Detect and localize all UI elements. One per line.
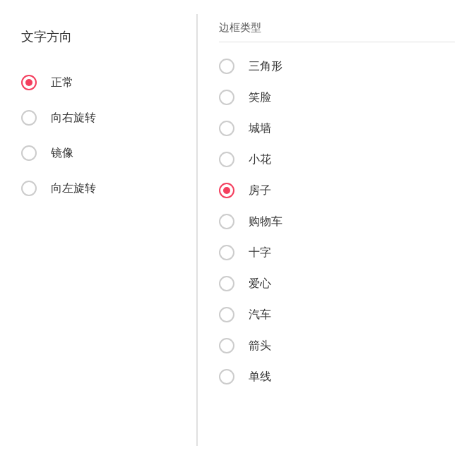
border-radio-circle-cross [219, 245, 234, 260]
border-type-option-house[interactable]: 房子 [219, 175, 455, 206]
border-radio-circle-wall [219, 121, 234, 136]
border-radio-label-flower: 小花 [249, 152, 271, 167]
border-radio-circle-triangle [219, 59, 234, 74]
border-radio-circle-arrow [219, 338, 234, 353]
right-panel: 边框类型 三角形笑脸城墙小花房子购物车十字爱心汽车箭头单线 [198, 14, 476, 446]
radio-circle-rotate-left [21, 181, 37, 196]
border-type-option-single-line[interactable]: 单线 [219, 361, 455, 392]
border-type-option-wall[interactable]: 城墙 [219, 113, 455, 144]
radio-label-rotate-right: 向右旋转 [51, 111, 96, 126]
right-panel-title: 边框类型 [219, 21, 455, 42]
text-direction-group: 正常向右旋转镜像向左旋转 [21, 65, 175, 206]
border-radio-label-cross: 十字 [249, 246, 271, 260]
border-type-option-car[interactable]: 汽车 [219, 299, 455, 330]
border-type-option-heart[interactable]: 爱心 [219, 268, 455, 299]
text-direction-option-mirror[interactable]: 镜像 [21, 135, 175, 171]
border-type-option-triangle[interactable]: 三角形 [219, 51, 455, 82]
border-type-option-arrow[interactable]: 箭头 [219, 330, 455, 361]
text-direction-option-rotate-right[interactable]: 向右旋转 [21, 100, 175, 135]
left-panel: 文字方向 正常向右旋转镜像向左旋转 [0, 14, 198, 446]
border-radio-label-wall: 城墙 [249, 121, 271, 136]
border-type-option-cross[interactable]: 十字 [219, 237, 455, 268]
border-radio-label-smile: 笑脸 [249, 90, 271, 105]
border-radio-label-triangle: 三角形 [249, 59, 282, 74]
radio-label-normal: 正常 [51, 75, 73, 90]
border-type-group: 三角形笑脸城墙小花房子购物车十字爱心汽车箭头单线 [219, 51, 455, 392]
border-radio-label-heart: 爱心 [249, 277, 271, 291]
radio-circle-mirror [21, 145, 37, 161]
border-type-option-smile[interactable]: 笑脸 [219, 82, 455, 113]
main-container: 文字方向 正常向右旋转镜像向左旋转 边框类型 三角形笑脸城墙小花房子购物车十字爱… [0, 0, 476, 460]
border-radio-circle-car [219, 307, 234, 322]
border-radio-label-car: 汽车 [249, 308, 271, 322]
radio-circle-rotate-right [21, 110, 37, 126]
radio-label-mirror: 镜像 [51, 146, 73, 161]
border-radio-label-single-line: 单线 [249, 370, 271, 385]
border-radio-label-arrow: 箭头 [249, 339, 271, 353]
border-radio-circle-house [219, 183, 234, 198]
left-panel-title: 文字方向 [21, 28, 175, 45]
border-radio-label-cart: 购物车 [249, 214, 282, 229]
border-radio-label-house: 房子 [249, 183, 271, 198]
border-radio-circle-heart [219, 276, 234, 291]
border-radio-circle-single-line [219, 369, 234, 385]
radio-label-rotate-left: 向左旋转 [51, 181, 96, 196]
text-direction-option-normal[interactable]: 正常 [21, 65, 175, 100]
border-radio-circle-flower [219, 152, 234, 167]
text-direction-option-rotate-left[interactable]: 向左旋转 [21, 171, 175, 206]
radio-circle-normal [21, 75, 37, 90]
border-type-option-cart[interactable]: 购物车 [219, 206, 455, 237]
border-radio-circle-cart [219, 214, 234, 229]
border-radio-circle-smile [219, 90, 234, 105]
border-type-option-flower[interactable]: 小花 [219, 144, 455, 175]
